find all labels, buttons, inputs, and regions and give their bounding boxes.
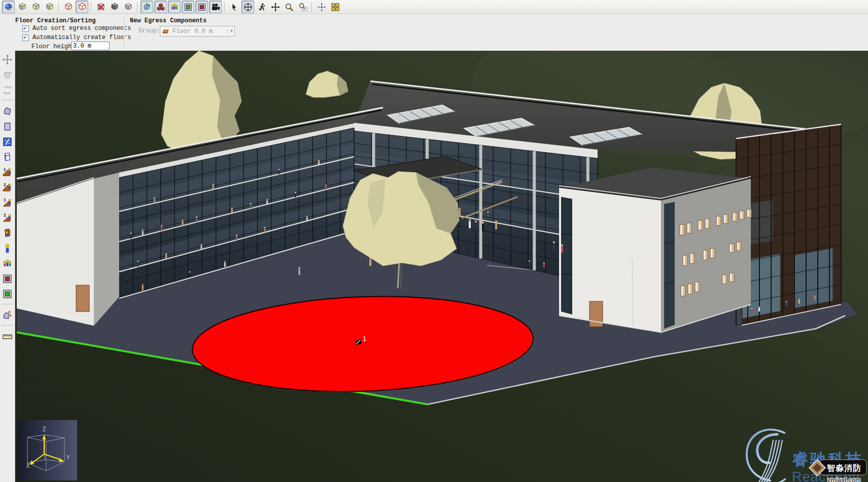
prism-icon bbox=[2, 152, 13, 162]
extrude-tool[interactable] bbox=[1, 150, 14, 163]
orbit-view-button[interactable] bbox=[2, 1, 15, 13]
hidden-line-mode-button[interactable] bbox=[76, 1, 88, 13]
orbit-view-tool bbox=[1, 68, 14, 81]
stairs-one-point-tool[interactable]: 1 bbox=[1, 165, 14, 179]
solid-dark-mode-button[interactable] bbox=[108, 1, 121, 13]
door bbox=[589, 301, 603, 327]
zoomMagBox-icon bbox=[298, 3, 307, 12]
rectRoom-icon bbox=[2, 121, 13, 132]
orbitBlue-icon bbox=[4, 3, 13, 12]
zoomMag-icon bbox=[285, 3, 294, 12]
svg-text:2: 2 bbox=[4, 183, 6, 187]
show-occupants-toggle[interactable] bbox=[168, 1, 181, 13]
stairs-two-point-tool[interactable]: 2 bbox=[1, 181, 14, 194]
toolbar-separator bbox=[311, 2, 313, 12]
svg-text:1: 1 bbox=[4, 167, 6, 172]
auto-sort-label: Auto sort egress components bbox=[32, 25, 131, 32]
orbitArrow-icon bbox=[2, 70, 13, 80]
view-side-button[interactable] bbox=[43, 1, 56, 13]
ramp2-icon: 2 bbox=[2, 213, 13, 223]
show-terrain-toggle[interactable] bbox=[141, 1, 153, 13]
wireframe-mode-button[interactable] bbox=[62, 1, 75, 13]
zoom-tool-button[interactable] bbox=[283, 1, 295, 13]
view-front-button[interactable] bbox=[29, 1, 42, 13]
right-white-building[interactable] bbox=[559, 167, 751, 332]
walkthrough-tool-button[interactable] bbox=[255, 1, 268, 13]
door bbox=[76, 285, 89, 312]
peopleGroup-icon bbox=[170, 3, 179, 12]
auto-create-label: Automatically create floors bbox=[32, 34, 131, 41]
group-label: Group: bbox=[138, 27, 160, 35]
exit-door-tool[interactable] bbox=[1, 272, 14, 285]
svg-text:1: 1 bbox=[4, 198, 6, 202]
move4-icon bbox=[271, 3, 280, 12]
measure-tool[interactable] bbox=[1, 330, 14, 343]
person-icon bbox=[2, 243, 13, 254]
entry-door-tool[interactable] bbox=[1, 287, 14, 300]
rectangle-room-tool[interactable] bbox=[1, 120, 14, 133]
bricks-icon bbox=[156, 3, 165, 12]
hide-geometry-button[interactable] bbox=[94, 1, 107, 13]
group-dropdown[interactable]: Floor 0.0 m ▼ bbox=[160, 26, 235, 37]
toolbar-separator bbox=[91, 2, 92, 12]
splitBlue-icon bbox=[2, 136, 13, 147]
cubeDark-icon bbox=[110, 3, 119, 12]
add-occupant-group-tool[interactable] bbox=[1, 257, 14, 270]
door-tool[interactable] bbox=[1, 226, 14, 239]
cubeGray-icon bbox=[124, 3, 133, 12]
doorRed-icon bbox=[2, 273, 13, 284]
brown-glass-building[interactable] bbox=[736, 124, 841, 325]
show-cameras-toggle[interactable] bbox=[209, 1, 222, 13]
3d-viewport[interactable]: 1ZYX睿驰科技ReachSoft智淼消防zmjaxf.com bbox=[15, 51, 868, 482]
panel-divider bbox=[124, 16, 125, 49]
view-top-button[interactable] bbox=[16, 1, 28, 13]
resetView-icon bbox=[317, 3, 326, 12]
main-toolbar bbox=[0, 0, 868, 14]
sidebar-separator bbox=[2, 325, 13, 326]
egress-section-title: New Egress Components bbox=[130, 17, 206, 24]
wireCube-icon bbox=[64, 3, 73, 12]
thin-wall-tool[interactable] bbox=[1, 135, 14, 148]
auto-sort-checkbox[interactable] bbox=[22, 25, 29, 32]
floor-height-input[interactable] bbox=[71, 42, 110, 50]
axis-gizmo[interactable]: ZYX bbox=[18, 420, 77, 480]
shard-icon bbox=[143, 3, 152, 12]
moveShape-icon bbox=[2, 310, 13, 321]
orbit-tool-button[interactable] bbox=[241, 1, 254, 13]
add-occupant-tool[interactable] bbox=[1, 242, 14, 255]
pan-tool-button[interactable] bbox=[269, 1, 282, 13]
sidebar-separator bbox=[2, 100, 13, 101]
fit-view-button[interactable] bbox=[329, 1, 341, 13]
move-objects-tool[interactable] bbox=[1, 308, 14, 322]
ramp-two-point-tool[interactable]: 2 bbox=[1, 211, 14, 224]
show-entry-doors-toggle[interactable] bbox=[182, 1, 194, 13]
reset-camera-button[interactable] bbox=[315, 1, 328, 13]
cubeSide-icon bbox=[45, 3, 54, 12]
pan-view-tool bbox=[1, 53, 14, 66]
floor-section-title: Floor Creation/Sorting bbox=[15, 17, 95, 24]
polygon-room-tool[interactable] bbox=[1, 105, 14, 118]
ramp-one-point-tool[interactable]: 1 bbox=[1, 196, 14, 209]
show-exit-doors-toggle[interactable] bbox=[195, 1, 208, 13]
zoom-region-tool-button[interactable] bbox=[296, 1, 309, 13]
axis-z-label: Z bbox=[42, 426, 46, 433]
polyRoom-icon bbox=[2, 106, 13, 117]
solid-mode-button[interactable] bbox=[122, 1, 134, 13]
roam-view-tool bbox=[1, 83, 14, 96]
wireCube2-icon bbox=[78, 3, 87, 12]
auto-create-checkbox[interactable] bbox=[22, 35, 29, 41]
panCircle-icon bbox=[244, 3, 253, 12]
toolbar-separator bbox=[58, 2, 59, 12]
move4-icon bbox=[2, 54, 13, 65]
show-obstructions-toggle[interactable] bbox=[154, 1, 167, 13]
doorRed-icon bbox=[197, 3, 206, 12]
doorGreen-icon bbox=[184, 3, 193, 12]
cubeX-icon bbox=[96, 3, 106, 12]
stairs1-icon: 1 bbox=[2, 167, 13, 178]
badge-url: zmjaxf.com bbox=[827, 476, 860, 482]
stairs2-icon: 2 bbox=[2, 182, 13, 193]
cubeTop-icon bbox=[18, 3, 27, 12]
camera-icon bbox=[211, 3, 220, 12]
select-tool-button[interactable] bbox=[228, 1, 240, 13]
sidebar-separator bbox=[2, 304, 13, 305]
